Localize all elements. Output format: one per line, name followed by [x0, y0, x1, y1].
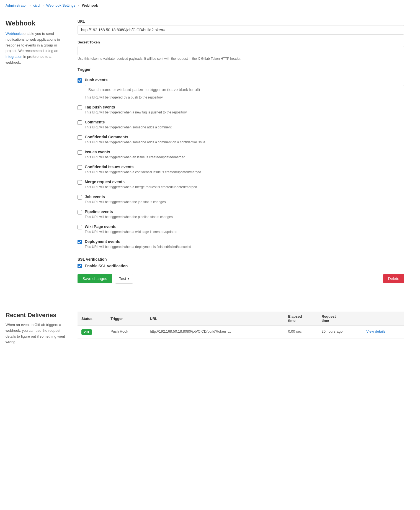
comments-desc: This URL will be triggered when someone …	[85, 125, 404, 129]
recent-deliveries-table-wrapper: Status Trigger URL Elapsedtime Requestti…	[78, 312, 404, 345]
merge-request-events-desc: This URL will be triggered when a merge …	[85, 185, 404, 189]
deployment-events-desc: This URL will be triggered when a deploy…	[85, 245, 404, 249]
issues-events-desc: This URL will be triggered when an issue…	[85, 155, 404, 159]
chevron-down-icon: ▾	[128, 277, 129, 280]
secret-token-label: Secret Token	[78, 40, 404, 44]
job-events-label[interactable]: Job events	[85, 195, 404, 199]
col-header-status: Status	[78, 312, 107, 326]
secret-token-input[interactable]	[78, 46, 404, 55]
elapsed-time-cell: 0.00 sec	[284, 326, 318, 338]
trigger-item-pipeline-events: Pipeline events This URL will be trigger…	[78, 207, 404, 222]
save-changes-button[interactable]: Save changes	[78, 274, 112, 283]
breadcrumb-webhook-settings[interactable]: Webhook Settings	[46, 3, 75, 7]
confidential-comments-label[interactable]: Confidential Comments	[85, 135, 404, 139]
recent-deliveries-description: When an event in GitLab triggers a webho…	[6, 322, 66, 345]
url-label: URL	[78, 19, 404, 24]
merge-request-events-label[interactable]: Merge request events	[85, 180, 404, 184]
col-header-trigger: Trigger	[107, 312, 146, 326]
wiki-page-events-desc: This URL will be triggered when a wiki p…	[85, 230, 404, 234]
pipeline-events-label[interactable]: Pipeline events	[85, 209, 404, 214]
col-header-elapsed-time: Elapsedtime	[284, 312, 318, 326]
confidential-issues-events-desc: This URL will be triggered when a confid…	[85, 170, 404, 174]
delete-button[interactable]: Delete	[383, 274, 404, 283]
confidential-issues-events-label[interactable]: Confidential Issues events	[85, 165, 404, 169]
integration-link[interactable]: integration	[6, 55, 22, 59]
trigger-cell: Push Hook	[107, 326, 146, 338]
recent-deliveries-layout: Recent Deliveries When an event in GitLa…	[0, 312, 410, 356]
breadcrumb-cicd[interactable]: cicd	[33, 3, 40, 7]
recent-deliveries-title: Recent Deliveries	[6, 312, 66, 319]
sidebar-description: Webhooks enable you to send notification…	[6, 31, 66, 66]
request-time-cell: 20 hours ago	[318, 326, 362, 338]
trigger-value: Push Hook	[110, 329, 128, 333]
url-input[interactable]	[78, 25, 404, 35]
secret-token-help: Use this token to validate received payl…	[78, 57, 404, 61]
trigger-item-merge-request-events: Merge request events This URL will be tr…	[78, 177, 404, 192]
col-header-url: URL	[146, 312, 284, 326]
deployment-events-checkbox[interactable]	[78, 240, 82, 244]
push-events-desc: This URL will be triggered by a push to …	[85, 95, 404, 99]
view-details-cell: View details	[362, 326, 404, 338]
tag-push-events-label[interactable]: Tag push events	[85, 105, 404, 109]
breadcrumb-administrator[interactable]: Administrator	[6, 3, 27, 7]
ssl-section-label: SSL verification	[78, 257, 404, 262]
confidential-comments-checkbox[interactable]	[78, 135, 82, 140]
test-button[interactable]: Test ▾	[115, 274, 133, 284]
col-header-request-time: Requesttime	[318, 312, 362, 326]
status-cell: 201	[78, 326, 107, 338]
breadcrumb: Administrator › cicd › Webhook Settings …	[0, 0, 420, 11]
trigger-item-job-events: Job events This URL will be triggered wh…	[78, 192, 404, 207]
trigger-item-comments: Comments This URL will be triggered when…	[78, 117, 404, 132]
push-events-label[interactable]: Push events	[85, 78, 404, 82]
ssl-section: SSL verification Enable SSL verification	[78, 257, 404, 268]
trigger-item-confidential-comments: Confidential Comments This URL will be t…	[78, 132, 404, 147]
merge-request-events-checkbox[interactable]	[78, 180, 82, 185]
status-badge: 201	[81, 329, 92, 335]
test-button-label: Test	[119, 276, 126, 281]
job-events-checkbox[interactable]	[78, 195, 82, 200]
confidential-issues-events-checkbox[interactable]	[78, 165, 82, 170]
push-events-branch-input[interactable]	[85, 85, 404, 94]
issues-events-label[interactable]: Issues events	[85, 150, 404, 154]
job-events-desc: This URL will be triggered when the job …	[85, 200, 404, 204]
pipeline-events-checkbox[interactable]	[78, 210, 82, 214]
trigger-item-deployment-events: Deployment events This URL will be trigg…	[78, 237, 404, 252]
table-header-row: Status Trigger URL Elapsedtime Requestti…	[78, 312, 404, 326]
wiki-page-events-checkbox[interactable]	[78, 225, 82, 229]
secret-token-section: Secret Token Use this token to validate …	[78, 40, 404, 61]
ssl-verification-label[interactable]: Enable SSL verification	[85, 264, 128, 268]
trigger-item-confidential-issues-events: Confidential Issues events This URL will…	[78, 162, 404, 177]
trigger-item-tag-push-events: Tag push events This URL will be trigger…	[78, 102, 404, 117]
url-section: URL	[78, 19, 404, 35]
trigger-item-wiki-page-events: Wiki Page events This URL will be trigge…	[78, 222, 404, 237]
pipeline-events-desc: This URL will be triggered when the pipe…	[85, 215, 404, 219]
page-title: Webhook	[6, 19, 66, 27]
ssl-verification-checkbox[interactable]	[78, 264, 82, 268]
url-cell: http://192.168.50.18:8080/job/CICD/build…	[146, 326, 284, 338]
sidebar: Webhook Webhooks enable you to send noti…	[6, 19, 66, 284]
deployment-events-label[interactable]: Deployment events	[85, 239, 404, 244]
webhooks-link[interactable]: Webhooks	[6, 32, 22, 36]
recent-deliveries-table: Status Trigger URL Elapsedtime Requestti…	[78, 312, 404, 338]
confidential-comments-desc: This URL will be triggered when someone …	[85, 140, 404, 144]
trigger-section-title: Trigger	[78, 67, 404, 72]
actions-row: Save changes Test ▾ Delete	[78, 274, 404, 284]
col-header-actions	[362, 312, 404, 326]
trigger-group: Push events This URL will be triggered b…	[78, 75, 404, 252]
comments-checkbox[interactable]	[78, 120, 82, 125]
section-divider	[0, 303, 420, 303]
comments-label[interactable]: Comments	[85, 120, 404, 124]
trigger-section: Trigger Push events This URL will be tri…	[78, 67, 404, 252]
recent-deliveries-sidebar: Recent Deliveries When an event in GitLa…	[6, 312, 66, 345]
push-events-checkbox[interactable]	[78, 78, 82, 83]
trigger-item-issues-events: Issues events This URL will be triggered…	[78, 147, 404, 162]
request-time-value: 20 hours ago	[322, 329, 343, 333]
tag-push-events-checkbox[interactable]	[78, 105, 82, 110]
breadcrumb-current: Webhook	[82, 3, 98, 7]
view-details-link[interactable]: View details	[366, 329, 385, 333]
table-row: 201 Push Hook http://192.168.50.18:8080/…	[78, 326, 404, 338]
main-layout: Webhook Webhooks enable you to send noti…	[0, 11, 410, 292]
issues-events-checkbox[interactable]	[78, 150, 82, 155]
webhook-form: URL Secret Token Use this token to valid…	[78, 19, 404, 284]
wiki-page-events-label[interactable]: Wiki Page events	[85, 224, 404, 229]
